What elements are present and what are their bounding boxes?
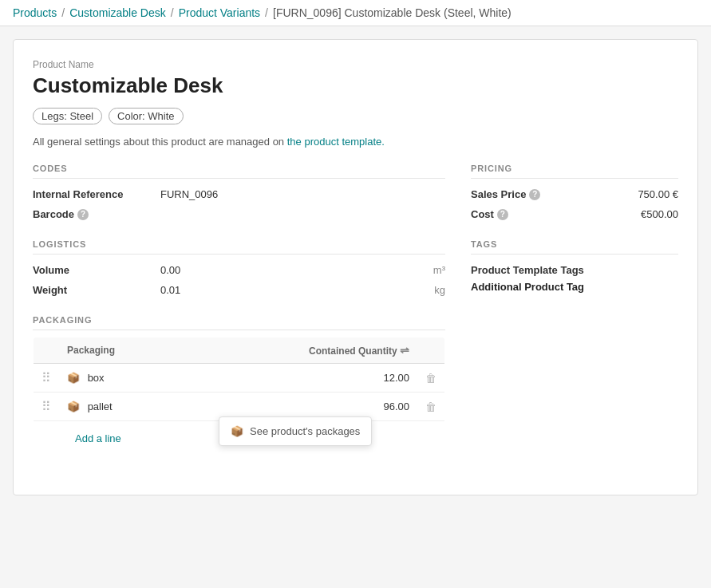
main-content: Product Name Customizable Desk Legs: Ste… — [13, 39, 698, 495]
product-title: Customizable Desk — [33, 73, 678, 98]
sales-price-row: Sales Price ? 750.00 € — [471, 188, 678, 200]
codes-section: CODES Internal Reference FURN_0096 Barco… — [33, 164, 445, 220]
logistics-section-title: LOGISTICS — [33, 239, 445, 255]
volume-row: Volume 0.00 m³ — [33, 264, 445, 276]
template-note-prefix: All general settings about this product … — [33, 136, 284, 148]
add-line-button[interactable]: Add a line — [67, 428, 129, 449]
volume-value[interactable]: 0.00 — [160, 264, 429, 276]
barcode-row: Barcode ? — [33, 208, 445, 220]
weight-label: Weight — [33, 284, 160, 296]
quantity-col-header: Contained Quantity ⇌ — [186, 337, 417, 364]
internal-reference-row: Internal Reference FURN_0096 — [33, 188, 445, 200]
breadcrumb-product-variants[interactable]: Product Variants — [179, 6, 260, 19]
box-quantity[interactable]: 12.00 — [186, 364, 417, 393]
packaging-box-name[interactable]: 📦 box — [59, 364, 186, 393]
product-name-label: Product Name — [33, 59, 678, 70]
breadcrumb-sep-2: / — [171, 6, 174, 19]
breadcrumb: Products / Customizable Desk / Product V… — [0, 0, 711, 26]
col-right: PRICING Sales Price ? 750.00 € Cost ? €5… — [471, 164, 678, 476]
packaging-section: PACKAGING Packaging Contained Quantity ⇌ — [33, 315, 445, 456]
breadcrumb-sep-1: / — [61, 6, 65, 19]
logistics-section: LOGISTICS Volume 0.00 m³ Weight 0.01 kg — [33, 239, 445, 296]
pallet-delete[interactable]: 🗑 — [417, 393, 445, 421]
box-package-icon: 📦 — [67, 372, 80, 384]
tooltip-text: See product's packages — [250, 425, 360, 437]
additional-product-tag: Additional Product Tag — [471, 281, 678, 293]
packaging-table-header: Packaging Contained Quantity ⇌ — [34, 337, 445, 364]
breadcrumb-products[interactable]: Products — [13, 6, 57, 19]
codes-section-title: CODES — [33, 164, 445, 179]
package-tooltip[interactable]: 📦 See product's packages — [219, 416, 372, 446]
tags-section: TAGS Product Template Tags Additional Pr… — [471, 239, 678, 293]
cost-help-icon[interactable]: ? — [497, 209, 508, 220]
volume-label: Volume — [33, 264, 160, 276]
weight-value[interactable]: 0.01 — [160, 284, 429, 296]
variant-tags: Legs: Steel Color: White — [33, 108, 678, 124]
template-link[interactable]: the product template. — [287, 136, 385, 148]
tags-section-title: TAGS — [471, 239, 678, 255]
pallet-package-icon[interactable]: 📦 — [67, 401, 80, 412]
box-delete[interactable]: 🗑 — [417, 364, 445, 393]
cost-value[interactable]: €500.00 — [641, 208, 678, 220]
table-row: ⠿ 📦 box 12.00 🗑 — [34, 364, 445, 393]
pricing-section-title: PRICING — [471, 164, 678, 179]
variant-tag-legs: Legs: Steel — [33, 108, 102, 124]
pricing-section: PRICING Sales Price ? 750.00 € Cost ? €5… — [471, 164, 678, 220]
packaging-col-header: Packaging — [59, 337, 186, 364]
drag-col-header — [34, 337, 60, 364]
internal-reference-value[interactable]: FURN_0096 — [160, 188, 445, 200]
breadcrumb-customizable-desk[interactable]: Customizable Desk — [69, 6, 166, 19]
tooltip-icon: 📦 — [231, 425, 243, 437]
packaging-settings-icon[interactable]: ⇌ — [400, 344, 409, 357]
sales-price-help-icon[interactable]: ? — [529, 189, 540, 200]
barcode-label: Barcode ? — [33, 208, 160, 220]
template-note: All general settings about this product … — [33, 136, 678, 148]
table-row: ⠿ 📦 pallet 📦 See product's packages — [34, 393, 445, 421]
cost-row: Cost ? €500.00 — [471, 208, 678, 220]
internal-reference-label: Internal Reference — [33, 188, 160, 200]
drag-handle-box[interactable]: ⠿ — [34, 364, 60, 393]
sales-price-value[interactable]: 750.00 € — [638, 188, 678, 200]
col-left: CODES Internal Reference FURN_0096 Barco… — [33, 164, 445, 476]
breadcrumb-sep-3: / — [265, 6, 268, 19]
packaging-pallet-name[interactable]: 📦 pallet 📦 See product's packages — [59, 393, 186, 421]
delete-col-header — [417, 337, 445, 364]
barcode-help-icon[interactable]: ? — [77, 209, 89, 220]
weight-unit: kg — [434, 284, 445, 296]
volume-unit: m³ — [433, 264, 445, 276]
packaging-table: Packaging Contained Quantity ⇌ ⠿ — [33, 337, 445, 456]
drag-handle-pallet[interactable]: ⠿ — [34, 393, 60, 421]
variant-tag-color: Color: White — [109, 108, 184, 124]
cost-label: Cost ? — [471, 208, 508, 220]
weight-row: Weight 0.01 kg — [33, 284, 445, 296]
product-template-tags-label: Product Template Tags — [471, 264, 678, 276]
breadcrumb-current: [FURN_0096] Customizable Desk (Steel, Wh… — [273, 6, 512, 19]
packaging-section-title: PACKAGING — [33, 315, 445, 330]
sales-price-label: Sales Price ? — [471, 188, 540, 200]
two-col-layout: CODES Internal Reference FURN_0096 Barco… — [33, 164, 678, 476]
